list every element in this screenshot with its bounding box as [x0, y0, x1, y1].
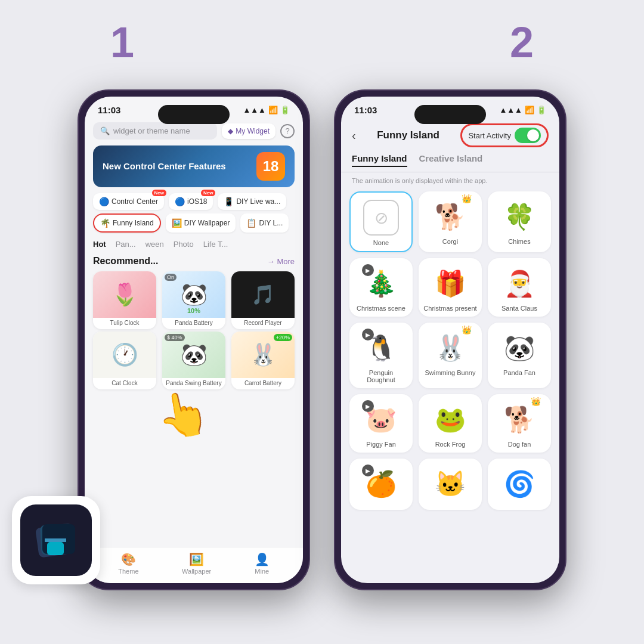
island-rock-frog[interactable]: 🐸 Rock Frog	[419, 394, 482, 453]
filter-tabs: Hot Pan... ween Photo Life T...	[85, 236, 303, 252]
widget-icon: ◆	[228, 127, 233, 135]
island-extra1[interactable]: 🍊 ▶	[349, 459, 413, 510]
promo-banner[interactable]: New Control Center Features 18	[93, 145, 295, 187]
category-ios18[interactable]: 🔵 iOS18 New	[169, 193, 213, 210]
island-santa[interactable]: 🎅 Santa Claus	[488, 258, 551, 317]
nav-mine[interactable]: 👤 Mine	[255, 552, 270, 575]
island-corgi[interactable]: 🐕 👑 Corgi	[419, 191, 482, 252]
help-icon[interactable]: ?	[280, 124, 295, 138]
app-icon	[20, 504, 92, 576]
svg-rect-3	[47, 542, 64, 555]
category-control-center[interactable]: 🔵 Control Center New	[93, 193, 164, 210]
penguin-play: ▶	[362, 329, 374, 340]
ios18-icon: 🔵	[175, 197, 185, 206]
island-none-name: None	[373, 239, 389, 246]
carrot-badge: +20%	[274, 334, 292, 341]
widget-carrot[interactable]: 🐰 +20% Carrot Battery	[231, 332, 295, 389]
phone1-screen: 11:03 ▲▲▲ 📶 🔋 🔍 widget or theme name ◆ M…	[85, 97, 303, 583]
start-activity-highlight: Start Activity	[460, 123, 549, 147]
category-diy-wallpaper[interactable]: 🖼️ DIY Wallpaper	[166, 213, 236, 233]
p2-wifi-icon: 📶	[525, 106, 534, 114]
island-none-img: ⊘	[362, 199, 400, 237]
island-penguin[interactable]: 🐧 ▶ Penguin Doughnut	[349, 323, 413, 388]
my-widget-button[interactable]: ◆ My Widget	[222, 123, 275, 139]
island-extra2[interactable]: 🐱	[419, 459, 482, 510]
filter-ween[interactable]: ween	[145, 240, 164, 249]
svg-marker-4	[45, 538, 66, 542]
island-none[interactable]: ⊘ None	[349, 191, 413, 252]
nav-wallpaper-label: Wallpaper	[182, 568, 211, 575]
dog-crown: 👑	[531, 397, 541, 406]
recommended-title: Recommend...	[93, 256, 158, 267]
phone2-screen: 11:03 ▲▲▲ 📶 🔋 ‹ Funny Island Start Activ…	[341, 97, 559, 583]
category-diy-live[interactable]: 📱 DIY Live wa...	[218, 193, 286, 210]
island-christmas-scene[interactable]: 🎄 ▶ Christmas scene	[349, 258, 413, 317]
tab-funny-island[interactable]: Funny Island	[352, 153, 407, 167]
island-chimes-name: Chimes	[508, 238, 530, 245]
ios18-label: iOS18	[187, 197, 207, 206]
p2-battery-icon: 🔋	[537, 106, 546, 114]
start-activity-toggle[interactable]	[515, 128, 541, 143]
wifi-icon: 📶	[268, 106, 278, 114]
widget-tulip-clock[interactable]: 🌷 Tulip Clock	[93, 271, 156, 329]
island-extra3-img: 🌀	[500, 465, 538, 503]
widget-record-player[interactable]: 🎵 Record Player	[231, 271, 295, 329]
filter-pan[interactable]: Pan...	[116, 240, 136, 249]
island-christmas-present-img: 🎁	[431, 264, 469, 302]
category-row-2: 🌴 Funny Island 🖼️ DIY Wallpaper 📋 DIY L.…	[85, 213, 303, 236]
nav-theme-label: Theme	[118, 568, 138, 575]
bunny-crown: 👑	[462, 325, 472, 335]
island-rock-frog-name: Rock Frog	[435, 441, 466, 448]
tab-creative-island[interactable]: Creative Island	[419, 153, 483, 167]
widget-panda-swing[interactable]: 🐼 $ 40% Panda Swing Battery	[162, 332, 225, 389]
widget-panda-label: Panda Battery	[162, 318, 225, 329]
widget-panda-swing-img: 🐼 $ 40%	[162, 332, 225, 378]
island-piggy-img: 🐷 ▶	[362, 400, 400, 438]
control-center-label: Control Center	[112, 197, 158, 206]
island-dog-fan[interactable]: 🐕 👑 Dog fan	[488, 394, 551, 453]
island-bunny-name: Swimming Bunny	[425, 369, 476, 376]
island-extra1-img: 🍊 ▶	[362, 465, 400, 503]
panda-swing-badge: $ 40%	[165, 334, 185, 341]
anim-notice: The animation is only displayed within t…	[341, 172, 559, 187]
phone1: 11:03 ▲▲▲ 📶 🔋 🔍 widget or theme name ◆ M…	[78, 89, 310, 590]
island-panda-fan[interactable]: 🐼 Panda Fan	[488, 323, 551, 388]
nav-wallpaper[interactable]: 🖼️ Wallpaper	[182, 552, 211, 575]
filter-photo[interactable]: Photo	[174, 240, 194, 249]
island-christmas-present[interactable]: 🎁 Christmas present	[419, 258, 482, 317]
hand-cursor: 👆	[152, 385, 213, 444]
phone2-status-icons: ▲▲▲ 📶 🔋	[499, 106, 546, 114]
none-circle: ⊘	[363, 200, 399, 236]
island-piggy[interactable]: 🐷 ▶ Piggy Fan	[349, 394, 413, 453]
sub-tabs: Funny Island Creative Island	[341, 151, 559, 172]
extra1-play: ▶	[362, 465, 374, 476]
widget-panda-battery[interactable]: 🐼 On 10% Panda Battery	[162, 271, 225, 329]
category-funny-island[interactable]: 🌴 Funny Island	[93, 213, 161, 233]
island-bunny[interactable]: 🐰 👑 Swimming Bunny	[419, 323, 482, 388]
mine-icon: 👤	[255, 552, 270, 566]
widget-tulip-img: 🌷	[93, 271, 156, 318]
diy-l-label: DIY L...	[259, 219, 283, 227]
widget-grid-2: 🕐 Cat Clock 🐼 $ 40% Panda Swing Battery …	[85, 332, 303, 392]
island-dog-fan-name: Dog fan	[508, 441, 531, 448]
widget-clock2[interactable]: 🕐 Cat Clock	[93, 332, 156, 389]
piggy-play: ▶	[362, 400, 374, 412]
filter-life[interactable]: Life T...	[203, 240, 228, 249]
island-extra3[interactable]: 🌀	[488, 459, 551, 510]
island-chimes[interactable]: 🍀 Chimes	[488, 191, 551, 252]
widget-clock2-label: Cat Clock	[93, 378, 156, 389]
nav-mine-label: Mine	[255, 568, 269, 575]
recommended-header: Recommend... → More	[85, 252, 303, 269]
more-link[interactable]: → More	[267, 257, 295, 266]
back-button[interactable]: ‹	[352, 129, 356, 143]
phone1-bottom-nav: 🎨 Theme 🖼️ Wallpaper 👤 Mine	[85, 547, 303, 583]
island-rock-frog-img: 🐸	[431, 400, 469, 438]
diy-live-label: DIY Live wa...	[236, 197, 280, 206]
category-diy-l[interactable]: 📋 DIY L...	[240, 213, 289, 233]
filter-hot[interactable]: Hot	[93, 240, 106, 249]
my-widget-label: My Widget	[236, 127, 270, 135]
search-bar[interactable]: 🔍 widget or theme name	[93, 122, 217, 140]
nav-theme[interactable]: 🎨 Theme	[118, 552, 138, 575]
panda-on-badge: On	[165, 274, 177, 281]
p2-signal-icon: ▲▲▲	[499, 106, 522, 114]
